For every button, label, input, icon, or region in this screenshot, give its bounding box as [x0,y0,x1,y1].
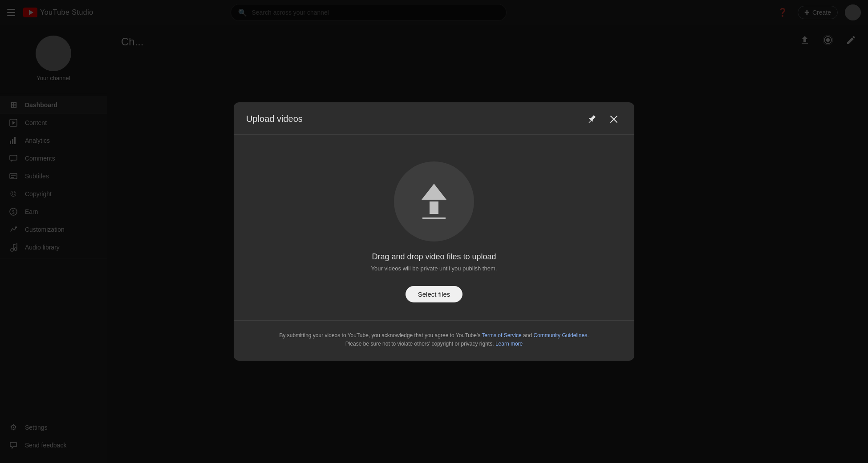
modal-header: Upload videos [234,102,634,135]
modal-overlay: Upload videos Drag and drop video files … [0,0,868,463]
modal-body: Drag and drop video files to upload Your… [234,135,634,320]
upload-arrow-icon [422,184,446,219]
modal-pin-button[interactable] [584,111,600,127]
footer-line1: By submitting your videos to YouTube, yo… [280,332,481,338]
select-files-button[interactable]: Select files [406,286,463,302]
learn-more-link[interactable]: Learn more [495,341,523,347]
svg-line-20 [589,121,591,123]
community-guidelines-link[interactable]: Community Guidelines [533,332,587,338]
modal-close-button[interactable] [606,111,622,127]
footer-and-text: and [523,332,532,338]
upload-privacy-text: Your videos will be private until you pu… [371,265,497,272]
footer-line2: Please be sure not to violate others' co… [345,341,494,347]
upload-circle [394,161,474,242]
upload-modal: Upload videos Drag and drop video files … [234,102,634,361]
terms-of-service-link[interactable]: Terms of Service [482,332,521,338]
footer-terms-text: By submitting your videos to YouTube, yo… [251,331,617,348]
upload-drag-text: Drag and drop video files to upload [372,252,496,262]
modal-title: Upload videos [246,114,303,124]
modal-footer: By submitting your videos to YouTube, yo… [234,320,634,361]
modal-header-actions [584,111,622,127]
